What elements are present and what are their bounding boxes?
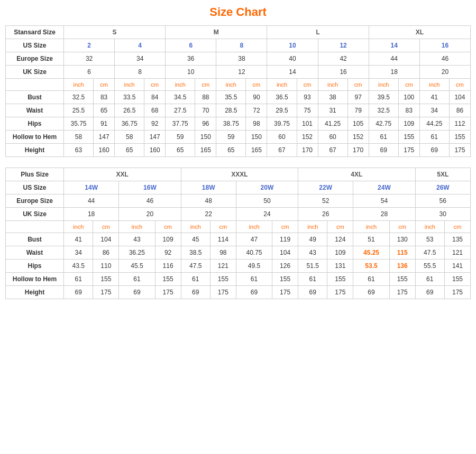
plus-us-18w: 18W [181,181,236,194]
height-row: Height 63160 65160 65165 65165 67170 671… [6,144,471,157]
plus-unit-2: cm [93,221,119,233]
plus-unit-14: cm [444,221,470,233]
hollow-row: Hollow to Hem 58147 58147 59150 59150 60… [6,131,471,144]
plus-europe-label: Europe Size [6,194,64,208]
plus-unit-11: inch [353,221,389,233]
eu-32: 32 [64,52,115,66]
std-unit-13: inch [369,79,398,91]
std-unit-11: inch [318,79,347,91]
page-title: Size Chart [5,5,471,19]
plus-hips-row: Hips 43.5110 45.5116 47.5121 49.5126 51.… [6,260,471,273]
std-unit-10: cm [297,79,318,91]
plus-uk-18: 18 [64,208,119,221]
std-unit-16: cm [449,79,470,91]
bust-row: Bust 32.583 33.584 34.588 35.590 36.593 … [6,91,471,104]
standard-size-table: Stansard Size S M L XL US Size 2 4 6 8 1… [5,25,471,157]
plus-uk-26: 26 [298,208,353,221]
us-size-6: 6 [166,39,216,52]
uk-14: 14 [267,66,318,79]
plus-unit-5: inch [181,221,210,233]
plus-size-table: Plus Size XXL XXXL 4XL 5XL US Size 14W 1… [5,168,471,299]
size-xxl-header: XXL [64,168,181,181]
plus-eu-50: 50 [236,194,298,208]
std-unit-6: cm [195,79,216,91]
std-unit-1: inch [64,79,94,91]
europe-size-label: Europe Size [6,52,64,66]
size-4xl-header: 4XL [298,168,416,181]
std-unit-9: inch [267,79,297,91]
plus-eu-52: 52 [298,194,353,208]
plus-us-22w: 22W [298,181,353,194]
hips-row: Hips 35.7591 36.7592 37.7596 38.7598 39.… [6,117,471,131]
eu-40: 40 [267,52,318,66]
us-size-14: 14 [369,39,419,52]
plus-unit-10: cm [327,221,353,233]
plus-uk-24: 24 [236,208,298,221]
plus-hollow-row: Hollow to Hem 61155 61155 61155 61155 61… [6,273,471,286]
plus-unit-3: inch [119,221,155,233]
plus-unit-9: inch [298,221,327,233]
standard-size-section: Stansard Size S M L XL US Size 2 4 6 8 1… [5,25,471,157]
std-unit-14: cm [398,79,419,91]
plus-uk-30: 30 [415,208,470,221]
plus-unit-8: cm [272,221,298,233]
std-unit-4: cm [144,79,166,91]
us-size-12: 12 [318,39,369,52]
unit-empty [6,79,64,91]
std-unit-8: cm [246,79,267,91]
size-s-header: S [64,26,166,39]
us-size-16: 16 [419,39,470,52]
plus-us-size-label: US Size [6,181,64,194]
plus-unit-6: cm [210,221,236,233]
uk-12: 12 [216,66,267,79]
plus-unit-13: inch [415,221,444,233]
plus-size-header: Plus Size [6,168,64,181]
plus-unit-12: cm [389,221,415,233]
plus-uk-22: 22 [181,208,236,221]
uk-8: 8 [115,66,166,79]
plus-uk-label: UK Size [6,208,64,221]
std-unit-15: inch [419,79,449,91]
eu-34: 34 [115,52,166,66]
us-size-10: 10 [267,39,318,52]
plus-eu-54: 54 [353,194,415,208]
uk-20: 20 [419,66,470,79]
plus-unit-4: cm [155,221,181,233]
eu-36: 36 [166,52,216,66]
size-l-header: L [267,26,369,39]
std-unit-12: cm [347,79,369,91]
uk-18: 18 [369,66,419,79]
plus-eu-56: 56 [415,194,470,208]
plus-unit-7: inch [236,221,272,233]
std-unit-5: inch [166,79,195,91]
std-unit-7: inch [216,79,246,91]
size-m-header: M [166,26,267,39]
eu-44: 44 [369,52,419,66]
standard-size-header: Stansard Size [6,26,64,39]
plus-bust-row: Bust 41104 43109 45114 47119 49124 51130… [6,233,471,246]
plus-eu-46: 46 [119,194,181,208]
plus-uk-28: 28 [353,208,415,221]
us-size-2: 2 [64,39,115,52]
plus-size-section: Plus Size XXL XXXL 4XL 5XL US Size 14W 1… [5,168,471,299]
uk-6: 6 [64,66,115,79]
eu-42: 42 [318,52,369,66]
plus-eu-48: 48 [181,194,236,208]
waist-row: Waist 25.565 26.568 27.570 28.572 29.575… [6,104,471,117]
std-unit-3: inch [115,79,144,91]
plus-unit-empty [6,221,64,233]
size-xxxl-header: XXXL [181,168,298,181]
us-size-8: 8 [216,39,267,52]
plus-height-row: Height 69175 69175 69175 69175 69175 691… [6,286,471,299]
plus-us-26w: 26W [415,181,470,194]
plus-us-20w: 20W [236,181,298,194]
uk-16: 16 [318,66,369,79]
uk-size-label: UK Size [6,66,64,79]
eu-38: 38 [216,52,267,66]
eu-46: 46 [419,52,470,66]
uk-10: 10 [166,66,216,79]
plus-eu-44: 44 [64,194,119,208]
plus-us-16w: 16W [119,181,181,194]
plus-uk-20: 20 [119,208,181,221]
size-xl-header: XL [369,26,470,39]
